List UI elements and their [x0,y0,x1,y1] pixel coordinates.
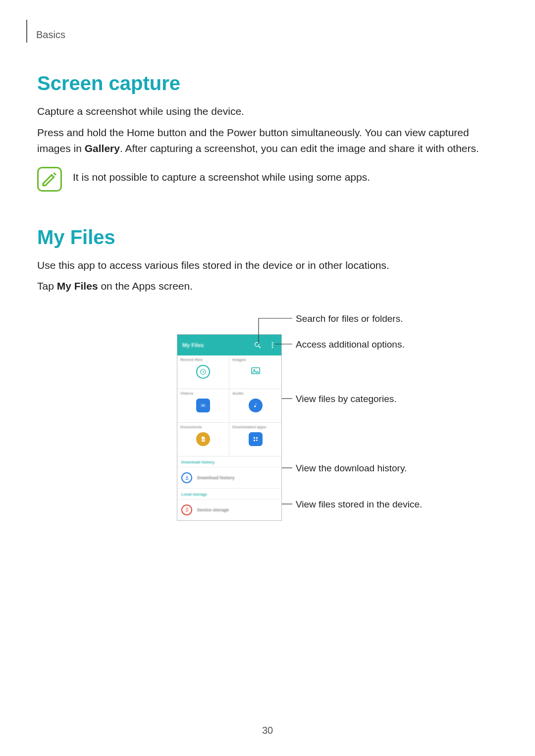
sc-para-1: Capture a screenshot while using the dev… [37,103,498,120]
sc-para-2b: . After capturing a screenshot, you can … [120,143,479,154]
callout-categories: View files by categories. [296,394,396,404]
cat-downloaded-apps[interactable]: Downloaded apps [229,423,281,456]
cat-label: Images [232,357,246,362]
svg-rect-11 [256,437,258,439]
cat-audio[interactable]: Audio [229,389,281,423]
svg-point-2 [272,342,273,344]
download-history-text: Download history [197,475,235,480]
callout-search: Search for files or folders. [296,313,403,324]
phone-mock: My Files [177,334,282,521]
note-text: It is not possible to capture a screensh… [73,169,370,186]
svg-point-3 [272,344,273,346]
cat-label: Documents [180,425,202,429]
sc-para-2-bold: Gallery [85,143,120,154]
cat-documents[interactable]: Documents [177,423,229,456]
mf-para-2b: on the Apps screen. [98,280,193,292]
breadcrumb: Basics [26,20,498,43]
pencil-note-icon [41,171,58,188]
document-icon [196,432,210,446]
note-icon [37,167,62,192]
cat-label: Recent files [180,357,203,362]
clock-icon [196,365,210,379]
svg-line-1 [259,346,261,348]
mf-para-2a: Tap [37,280,57,292]
apps-icon [249,432,263,446]
device-storage-row[interactable]: Device storage [177,500,281,520]
mf-para-1: Use this app to access various files sto… [37,257,498,274]
phone-title: My Files [182,342,204,348]
search-icon[interactable] [254,341,262,349]
callout-device: View files stored in the device. [296,499,422,510]
callout-download: View the download history. [296,463,407,474]
device-storage-text: Device storage [197,507,229,512]
svg-rect-10 [253,437,255,439]
more-options-icon[interactable] [268,341,276,349]
download-icon [181,472,192,483]
mf-para-2-bold: My Files [57,280,98,292]
mf-para-2: Tap My Files on the Apps screen. [37,278,498,295]
callout-options: Access additional options. [296,339,405,350]
phone-header: My Files [177,335,281,355]
category-grid: Recent files Images Videos [177,355,281,456]
cat-label: Downloaded apps [232,425,266,429]
download-history-section: Download history [177,456,281,467]
cat-label: Videos [180,391,193,396]
svg-point-0 [255,342,259,346]
sc-para-2: Press and hold the Home button and the P… [37,125,498,157]
cat-recent[interactable]: Recent files [177,355,229,389]
cat-images[interactable]: Images [229,355,281,389]
svg-rect-12 [253,440,255,441]
heading-screen-capture: Screen capture [37,72,498,95]
device-storage-icon [181,504,192,515]
local-storage-section: Local storage [177,489,281,500]
cat-label: Audio [232,391,244,396]
breadcrumb-label: Basics [36,29,65,43]
svg-point-14 [187,511,187,511]
cat-videos[interactable]: Videos [177,389,229,423]
page-number: 30 [0,725,535,736]
svg-point-4 [272,347,273,348]
download-history-row[interactable]: Download history [177,467,281,489]
heading-my-files: My Files [37,226,498,249]
video-icon [196,399,210,412]
music-icon [249,399,263,412]
image-icon [249,365,263,379]
note-row: It is not possible to capture a screensh… [37,167,498,192]
my-files-diagram: My Files [37,309,498,532]
